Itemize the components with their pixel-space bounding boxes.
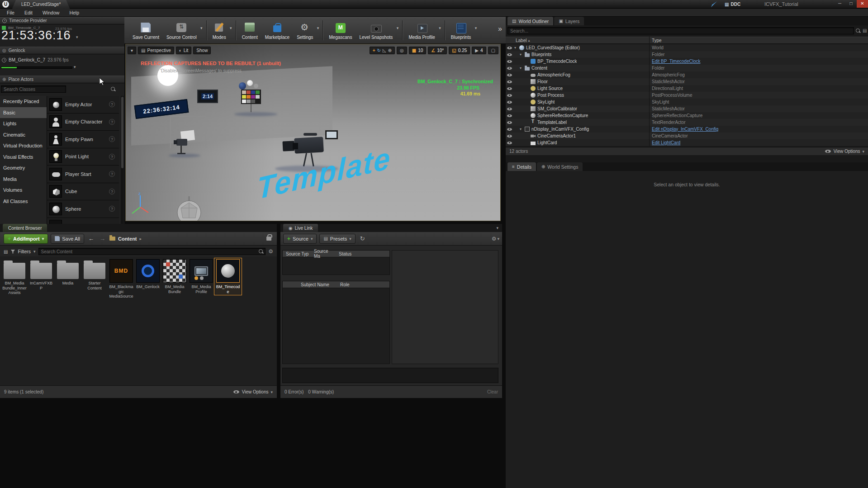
megascans-button[interactable]: Megascans [325,20,356,41]
sources-toggle-icon[interactable]: ▤ [4,249,8,254]
list-item[interactable]: Cube [47,183,119,201]
list-item[interactable]: Empty Pawn [47,131,119,148]
back-button[interactable]: ← [87,235,95,242]
edit-blueprint-link[interactable]: Edit nDisplay_InCamVFX_Config [652,126,866,133]
path-breadcrumb[interactable]: Content [118,236,137,242]
outliner-row[interactable]: BP_TimecodeClockEdit BP_TimecodeClock [506,58,868,65]
visibility-eye-icon[interactable] [506,65,513,71]
ddc-indicator[interactable]: ▤DDC [725,0,740,9]
outliner-row[interactable]: ▾nDisplay_InCamVFX_ConfigEdit nDisplay_I… [506,126,868,133]
expander-caret-icon[interactable]: ▾ [514,46,519,50]
outliner-row[interactable]: Post ProcessPostProcessVolume [506,92,868,99]
camera-speed-control[interactable]: ▶4 [472,47,486,54]
search-classes-input[interactable] [1,85,66,93]
category-basic[interactable]: Basic [0,107,47,118]
path-expand-caret-icon[interactable]: ▸ [140,237,142,241]
expander-caret-icon[interactable]: ▾ [520,52,524,57]
level-snapshots-button[interactable]: ▾Level Snapshots [356,20,400,41]
visibility-eye-icon[interactable] [506,112,513,119]
list-item-partial[interactable] [47,218,119,224]
tab-content-browser[interactable]: Content Browser [3,224,47,232]
list-item[interactable]: Sphere [47,200,119,218]
tab-live-link[interactable]: ◉Live Link [283,224,318,232]
maximize-button[interactable]: □ [845,0,857,8]
world-space-toggle-icon[interactable]: ⊕ [388,48,392,53]
toolbar-overflow-chevron[interactable]: » [498,25,502,33]
close-button[interactable]: ✕ [857,0,868,8]
asset-item[interactable]: BM_Media Bundle [162,259,187,294]
expander-caret-icon[interactable]: ▾ [520,66,524,70]
category-all-classes[interactable]: All Classes [0,196,47,207]
source-list[interactable]: Source Typ Source Ma Status [282,250,390,275]
live-link-settings-button[interactable]: ⚙▾ [492,236,499,242]
search-filter-icon[interactable]: ▤ [863,28,867,33]
visibility-eye-icon[interactable] [506,119,513,126]
outliner-row[interactable]: ▾BlueprintsFolder [506,51,868,58]
presets-button[interactable]: ▤Presets▾ [319,234,355,244]
column-source-machine[interactable]: Source Ma [311,249,336,259]
scale-snap-control[interactable]: ◱0.25 [449,47,470,54]
outliner-row[interactable]: SM_ColorCalibratorStaticMeshActor [506,105,868,112]
level-tab[interactable]: LED_CurvedStage* [12,0,70,9]
view-mode-selector[interactable]: ◐Lit [176,47,192,54]
list-item[interactable]: Player Start [47,166,119,183]
minimize-button[interactable]: ─ [834,0,845,8]
search-content-input[interactable] [38,248,266,255]
show-flags-button[interactable]: Show [193,47,211,54]
visibility-eye-icon[interactable] [506,99,513,105]
category-geometry[interactable]: Geometry [0,162,47,174]
save-current-button[interactable]: Save Current [129,20,163,41]
category-visual-effects[interactable]: Visual Effects [0,152,47,163]
column-status[interactable]: Status [336,251,351,256]
edit-blueprint-link[interactable]: Edit BP_TimecodeClock [652,58,866,65]
lock-icon[interactable] [266,237,271,241]
dropdown-caret-icon[interactable]: ▾ [439,26,441,30]
category-lights[interactable]: Lights [0,118,47,129]
visibility-eye-icon[interactable] [506,139,513,146]
subject-list[interactable]: Subject Name Role [282,281,390,364]
perspective-selector[interactable]: ▤Perspective [138,47,174,54]
menu-file[interactable]: File [2,9,19,17]
dropdown-caret-icon[interactable]: ▾ [200,26,203,30]
filters-label[interactable]: Filters [18,249,31,254]
visibility-eye-icon[interactable] [506,133,513,139]
translate-tool-icon[interactable]: + [373,48,375,53]
scrollbar-thumb[interactable] [121,97,123,168]
rotate-tool-icon[interactable]: ↻ [377,48,380,53]
column-subject-name[interactable]: Subject Name [283,282,337,287]
edit-blueprint-link[interactable]: Edit LightCard [652,139,866,146]
clear-button[interactable]: Clear [487,389,498,394]
outliner-row[interactable]: LightCardEdit LightCard [506,139,868,146]
menu-edit[interactable]: Edit [19,9,38,17]
asset-item[interactable]: BMDBM_Blackmagic MediaSource [109,259,134,299]
list-item[interactable]: Point Light [47,148,119,166]
type-column-header[interactable]: Type [652,38,662,43]
tab-options-caret-icon[interactable]: ▾ [496,226,498,230]
place-actors-scrollbar[interactable] [121,96,124,224]
outliner-row[interactable]: SphereReflectionCaptureSphereReflectionC… [506,112,868,119]
visibility-eye-icon[interactable] [506,58,513,65]
add-source-button[interactable]: +Source▾ [283,234,317,244]
maximize-viewport-button[interactable]: ▢ [488,47,498,54]
settings-button[interactable]: ▾Settings [293,20,320,41]
timecode-dropdown-caret-icon[interactable]: ▾ [76,35,78,39]
grid-snap-control[interactable]: ▦10 [409,47,427,54]
label-column-header[interactable]: Label [506,38,526,43]
menu-help[interactable]: Help [64,9,84,17]
blueprints-button[interactable]: ▾Blueprints [447,20,478,41]
outliner-row[interactable]: FloorStaticMeshActor [506,78,868,85]
genlock-dropdown-caret-icon[interactable]: ▾ [74,65,76,69]
visibility-eye-icon[interactable] [506,71,513,78]
tab-world-outliner[interactable]: ▤World Outliner [508,17,553,25]
visibility-eye-icon[interactable] [506,44,513,51]
list-item[interactable]: Empty Actor [47,96,119,114]
viewport-options-button[interactable]: ▾ [128,47,136,54]
dropdown-caret-icon[interactable]: ▾ [475,26,477,30]
rotation-snap-control[interactable]: ∠10° [428,47,447,54]
outliner-row[interactable]: AtmosphericFogAtmosphericFog [506,71,868,78]
add-import-button[interactable]: +Add/Import▾ [4,234,48,244]
menu-window[interactable]: Window [38,9,64,17]
timecode-provider-header[interactable]: Timecode Provider [0,17,124,24]
folder-item[interactable]: BM_Media Bundle_Inner Assets [2,259,27,295]
visibility-eye-icon[interactable] [506,51,513,58]
